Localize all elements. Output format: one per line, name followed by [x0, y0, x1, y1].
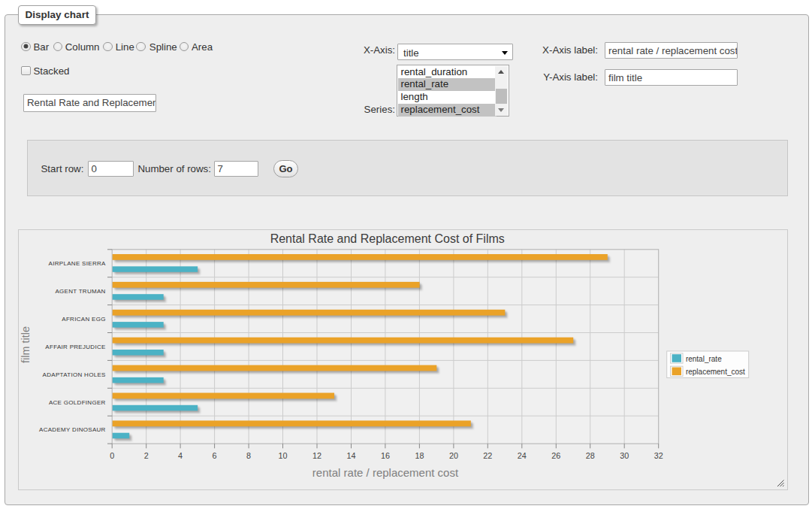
svg-text:ADAPTATION HOLES: ADAPTATION HOLES: [43, 371, 106, 377]
svg-text:18: 18: [415, 451, 424, 460]
svg-text:28: 28: [586, 451, 595, 460]
svg-text:2: 2: [144, 451, 149, 460]
svg-text:ACE GOLDFINGER: ACE GOLDFINGER: [49, 398, 106, 405]
svg-text:ACADEMY DINOSAUR: ACADEMY DINOSAUR: [39, 426, 106, 433]
svg-text:10: 10: [278, 451, 287, 460]
svg-text:AFRICAN EGG: AFRICAN EGG: [62, 315, 105, 322]
svg-text:6: 6: [213, 451, 217, 460]
svg-text:16: 16: [381, 451, 390, 460]
svg-text:AGENT TRUMAN: AGENT TRUMAN: [55, 287, 105, 294]
svg-text:rental_rate: rental_rate: [686, 354, 722, 362]
svg-text:30: 30: [620, 451, 629, 460]
svg-text:rental rate / replacement cost: rental rate / replacement cost: [312, 465, 459, 478]
svg-text:24: 24: [518, 451, 527, 460]
svg-text:Rental Rate and Replacement Co: Rental Rate and Replacement Cost of Film…: [270, 232, 505, 244]
svg-text:4: 4: [178, 451, 183, 460]
svg-text:26: 26: [551, 451, 560, 460]
svg-text:0: 0: [110, 451, 114, 460]
svg-text:22: 22: [483, 451, 492, 460]
svg-text:AIRPLANE SIERRA: AIRPLANE SIERRA: [49, 260, 106, 267]
svg-text:12: 12: [312, 451, 321, 460]
svg-text:film title: film title: [20, 326, 32, 362]
svg-text:14: 14: [346, 451, 355, 460]
svg-text:8: 8: [246, 451, 251, 460]
svg-text:replacement_cost: replacement_cost: [686, 368, 745, 376]
svg-text:AFFAIR PREJUDICE: AFFAIR PREJUDICE: [45, 343, 105, 350]
svg-text:32: 32: [654, 451, 663, 460]
svg-text:20: 20: [449, 451, 458, 460]
